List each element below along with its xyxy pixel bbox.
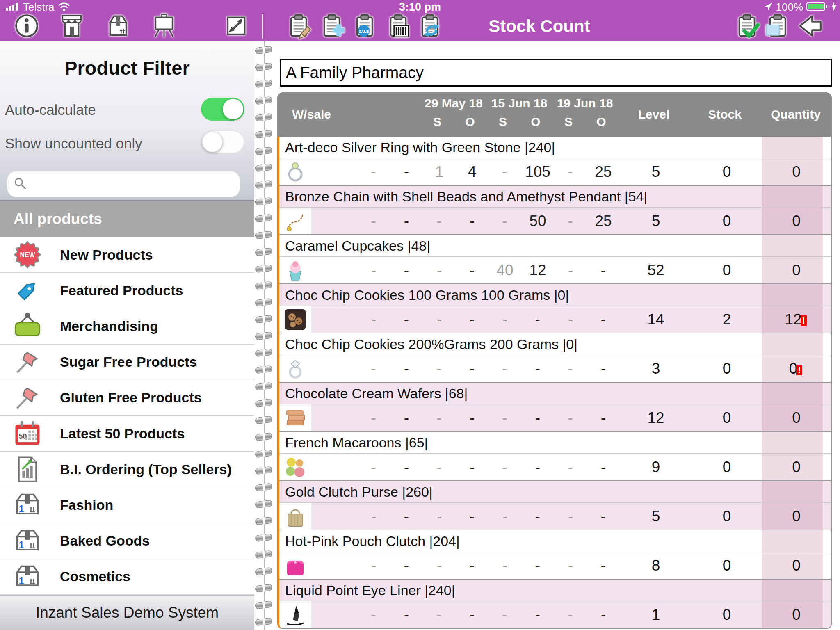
history-value: - bbox=[423, 306, 456, 333]
store-icon[interactable] bbox=[58, 12, 85, 39]
silver-ring-thumbnail bbox=[279, 158, 311, 185]
product-name-row[interactable]: Caramel Cupcakes |48| bbox=[279, 235, 831, 256]
svg-text:1: 1 bbox=[19, 504, 24, 514]
quantity-value[interactable]: 0 bbox=[762, 601, 831, 628]
quantity-value[interactable]: 12 ! bbox=[762, 306, 831, 333]
auto-calculate-toggle[interactable] bbox=[201, 98, 244, 121]
stock-value: 2 bbox=[692, 306, 762, 333]
diamond-ring-thumbnail bbox=[279, 355, 311, 382]
sidebar-item-merchandising[interactable]: Merchandising bbox=[0, 308, 254, 344]
clipboard-barcode-icon[interactable] bbox=[385, 12, 412, 39]
level-value: 5 bbox=[620, 503, 692, 530]
history-value: - bbox=[357, 306, 390, 333]
quantity-value[interactable]: 0 bbox=[762, 503, 831, 530]
sidebar-item-featured-products[interactable]: Featured Products bbox=[0, 273, 254, 308]
sidebar-item-gluten-free-products[interactable]: Gluten Free Products bbox=[0, 380, 254, 416]
quantity-value[interactable]: 0 bbox=[762, 158, 831, 185]
history-value: 40 bbox=[488, 257, 521, 283]
history-value: - bbox=[456, 454, 488, 480]
date-header-3: 19 Jun 18 bbox=[552, 92, 618, 111]
sidebar-item-b-i-ordering-top-sellers-[interactable]: B.I. Ordering (Top Sellers) bbox=[0, 452, 254, 487]
product-data-row[interactable]: - - - - - - - - 8 0 0 bbox=[279, 552, 831, 579]
stock-value: 0 bbox=[692, 552, 762, 579]
quantity-header: Quantity bbox=[760, 92, 832, 137]
history-value: - bbox=[521, 454, 554, 480]
product-name-row[interactable]: Hot-Pink Pouch Clutch |204| bbox=[279, 530, 831, 552]
product-name: Caramel Cupcakes |48| bbox=[279, 235, 762, 256]
product-name-row[interactable]: Bronze Chain with Shell Beads and Amethy… bbox=[279, 186, 831, 207]
info-icon[interactable] bbox=[13, 12, 40, 39]
history-value: - bbox=[554, 306, 587, 333]
product-name-row[interactable]: Choc Chip Cookies 200%Grams 200 Grams |0… bbox=[279, 333, 831, 355]
date-header-2: 15 Jun 18 bbox=[486, 92, 552, 111]
quantity-value[interactable]: 0 bbox=[762, 404, 831, 431]
history-value: - bbox=[554, 355, 587, 382]
clipboard-add-icon[interactable] bbox=[318, 12, 345, 39]
sidebar-item-fashion[interactable]: 1 Fashion bbox=[0, 487, 254, 523]
history-value: - bbox=[423, 257, 456, 283]
bronze-chain-thumbnail bbox=[279, 208, 311, 234]
product-filter-sidebar: Product Filter Auto-calculate Show uncou… bbox=[0, 41, 254, 630]
sidebar-item-latest-50-products[interactable]: 50 Latest 50 Products bbox=[0, 416, 254, 452]
package-icon[interactable] bbox=[105, 12, 132, 39]
sidebar-item-all-products[interactable]: All products bbox=[0, 201, 254, 237]
product-data-row[interactable]: - - - - - - - - 14 2 12 ! bbox=[279, 306, 831, 333]
clipboard-sync-icon[interactable] bbox=[416, 12, 443, 39]
quantity-value[interactable]: 0 bbox=[762, 257, 831, 283]
product-data-row[interactable]: - - - - - - - - 3 0 0 ! bbox=[279, 355, 831, 382]
s-header: S bbox=[421, 111, 454, 137]
product-name: Liquid Point Eye Liner |240| bbox=[279, 580, 762, 601]
easel-icon[interactable] bbox=[151, 12, 178, 39]
stock-value: 0 bbox=[692, 257, 762, 283]
product-data-row[interactable]: - - - - - - - - 12 0 0 bbox=[279, 404, 831, 431]
product-data-row[interactable]: - - - - 40 12 - - 52 0 0 bbox=[279, 256, 831, 283]
clipboard-paste-icon[interactable] bbox=[764, 12, 791, 39]
history-value: - bbox=[456, 306, 488, 333]
sidebar-item-cosmetics[interactable]: 1 Cosmetics bbox=[0, 559, 254, 595]
binding-coil bbox=[255, 382, 273, 391]
sidebar-item-baked-goods[interactable]: 1 Baked Goods bbox=[0, 523, 254, 559]
product-name-row[interactable]: Chocolate Cream Wafers |68| bbox=[279, 383, 831, 404]
sidebar-item-sugar-free-products[interactable]: Sugar Free Products bbox=[0, 345, 254, 380]
history-value: - bbox=[587, 552, 620, 579]
product-data-row[interactable]: - - - - - - - - 1 0 0 bbox=[279, 601, 831, 628]
history-value: - bbox=[488, 404, 521, 431]
product-name-row[interactable]: French Macaroons |65| bbox=[279, 432, 831, 453]
product-name-row[interactable]: Gold Clutch Purse |260| bbox=[279, 481, 831, 502]
quantity-value[interactable]: 0 bbox=[762, 454, 831, 480]
category-label: Cosmetics bbox=[60, 568, 130, 584]
tag-icon bbox=[11, 275, 43, 306]
sidebar-item-new-products[interactable]: NEW New Products bbox=[0, 237, 254, 273]
search-input[interactable] bbox=[31, 177, 228, 191]
clipboard-sale-icon[interactable]: SALE bbox=[351, 12, 378, 39]
product-data-row[interactable]: - - - - - - - - 5 0 0 bbox=[279, 502, 831, 530]
quantity-stripe bbox=[762, 580, 831, 601]
quantity-value[interactable]: 0 bbox=[762, 208, 831, 234]
product-name-row[interactable]: Art-deco Silver Ring with Green Stone |2… bbox=[279, 137, 831, 158]
history-value: - bbox=[456, 404, 488, 431]
clipboard-edit-icon[interactable] bbox=[285, 12, 312, 39]
expand-icon[interactable] bbox=[223, 12, 250, 39]
search-box[interactable] bbox=[7, 171, 240, 197]
quantity-value[interactable]: 0 bbox=[762, 552, 831, 579]
history-value: - bbox=[456, 257, 488, 283]
history-value: - bbox=[554, 601, 587, 628]
history-value: - bbox=[488, 601, 521, 628]
history-value: - bbox=[554, 158, 587, 185]
back-icon[interactable] bbox=[796, 12, 823, 39]
product-data-row[interactable]: - - - - - 50 - 25 5 0 0 bbox=[279, 207, 831, 234]
quantity-value[interactable]: 0 ! bbox=[762, 355, 831, 382]
product-name-row[interactable]: Choc Chip Cookies 100 Grams 100 Grams |0… bbox=[279, 284, 831, 306]
product-name-row[interactable]: Liquid Point Eye Liner |240| bbox=[279, 580, 831, 601]
show-uncounted-toggle[interactable] bbox=[201, 130, 244, 153]
product-data-row[interactable]: - - 1 4 - 105 - 25 5 0 0 bbox=[279, 158, 831, 185]
store-name-field[interactable] bbox=[280, 59, 832, 87]
product-data-row[interactable]: - - - - - - - - 9 0 0 bbox=[279, 453, 831, 480]
category-label: New Products bbox=[60, 247, 153, 263]
history-value: - bbox=[390, 503, 423, 530]
history-value: - bbox=[390, 552, 423, 579]
clipboard-check-icon[interactable] bbox=[733, 12, 760, 39]
quantity-stripe bbox=[762, 530, 831, 552]
level-value: 12 bbox=[620, 404, 692, 431]
history-value: - bbox=[554, 257, 587, 283]
